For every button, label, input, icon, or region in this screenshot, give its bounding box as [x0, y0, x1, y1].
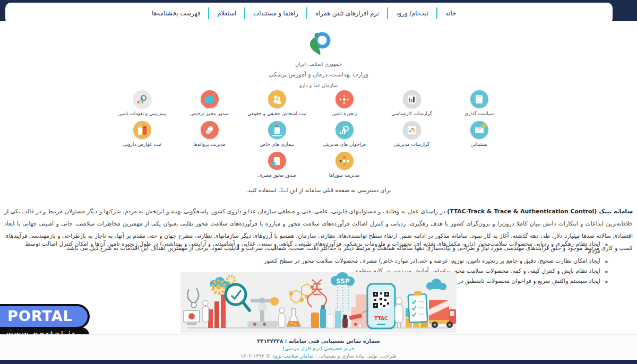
service-label: صدور مجوز ترخیص: [190, 111, 229, 117]
credit-line: طراحی، تولید، پیاده سازی و پشتیبانی : سا…: [0, 353, 637, 359]
service-label: ثبت اشخاص حقیقی و حقوقی: [247, 111, 306, 117]
service-item[interactable]: زنجیره تامین: [332, 90, 357, 121]
about-intro: سامانه تیتک (TTAC-Track & Trace & Authen…: [447, 208, 633, 215]
service-item[interactable]: گزارشات مدیریتی: [394, 121, 429, 152]
previous-page-note: برای دسترسی به صفحه قبلی سامانه از این ل…: [0, 187, 637, 193]
service-label: گزارشات مدیریتی: [394, 142, 429, 148]
bar-chart-icon: [403, 90, 421, 108]
credit-prefix: طراحی، تولید، پیاده سازی و پشتیبانی :: [313, 353, 396, 359]
brand-ministry: وزارت بهداشت، درمان و آموزش پزشکی: [0, 71, 637, 78]
network-icon: [335, 90, 354, 108]
worker-icon: [279, 308, 285, 327]
bullet-dot-icon: ●: [605, 280, 608, 283]
brand-organization: سازمان غذا و دارو: [0, 82, 637, 88]
goal-item: ●ایجاد امکان نظارت صحیح، دقیق و جامع بر …: [21, 257, 608, 264]
footer: شماره تماس پشتیبانی فنی سامانه : ۲۲۱۳۷۳۲…: [0, 334, 637, 360]
service-label: ثبت عوارض دارویی: [123, 142, 161, 148]
services-column: سیاست گذاریپشتیبانی: [445, 90, 513, 183]
credit-years: © ۱۳۹۴-۱۴۰۲: [240, 353, 272, 359]
privacy-link[interactable]: حریم خصوصی (نرم افزار مردمی): [0, 345, 637, 351]
forecast-chart-icon: [133, 90, 151, 108]
council-network-icon: [335, 152, 354, 170]
page: خانهثبت‌نام/ ورودنرم افزارهای تلفن همراه…: [0, 0, 637, 364]
brand-block: جمهوری اسلامی ایران وزارت بهداشت، درمان …: [0, 32, 637, 88]
bottom-navy-bar: [0, 360, 637, 364]
services-column: پیش‌بینی و تعهدات تامینثبت عوارض دارویی: [108, 90, 176, 183]
nav-item-2[interactable]: نرم افزارهای تلفن همراه: [307, 7, 388, 19]
phone-envelope-icon: [470, 121, 488, 139]
service-item[interactable]: صدور مجوز مصرف: [257, 152, 296, 183]
service-item[interactable]: بیماری های خاص: [260, 121, 294, 152]
nav-item-0[interactable]: خانه: [437, 7, 464, 19]
goal-item: ●ایجاد نظام رهگیری و ردیابی محصولات سلام…: [21, 240, 608, 254]
service-item[interactable]: صدور مجوز ترخیص: [190, 90, 229, 121]
pill-icon: [201, 121, 219, 139]
ttac-phone-icon: TTAC: [367, 284, 395, 328]
services-column: صدور مجوز ترخیصمدیریت پروانه‌ها: [176, 90, 243, 183]
supply-chain-illustration: SSP: [180, 272, 457, 335]
service-label: صدور مجوز مصرف: [257, 172, 296, 178]
fda-logo-icon: [303, 32, 334, 56]
service-label: بیماری های خاص: [260, 142, 294, 148]
bullet-dot-icon: ●: [605, 242, 608, 246]
service-item[interactable]: پشتیبانی: [470, 121, 488, 152]
portal-watermark-badge: PORTAL: [0, 306, 88, 327]
service-item[interactable]: مدیریت شوراها: [329, 152, 360, 183]
service-item[interactable]: گزارشات کارشناسی: [391, 90, 432, 121]
flask-document-icon: [268, 152, 286, 170]
brand-country: جمهوری اسلامی ایران: [0, 61, 637, 67]
service-item[interactable]: مدیریت پروانه‌ها: [193, 121, 225, 152]
chart-magnifier-icon: [335, 121, 354, 139]
nav-list: خانهثبت‌نام/ ورودنرم افزارهای تلفن همراه…: [144, 7, 464, 19]
people-icon: [268, 90, 286, 108]
nav-item-3[interactable]: راهنما و مستندات: [245, 7, 307, 19]
credit-company[interactable]: سامان سلامت پژوه: [272, 353, 313, 359]
service-label: پشتیبانی: [471, 142, 487, 148]
service-item[interactable]: ثبت عوارض دارویی: [123, 121, 161, 152]
service-item[interactable]: ثبت اشخاص حقیقی و حقوقی: [247, 90, 306, 121]
service-label: مدیریت پروانه‌ها: [193, 142, 225, 148]
service-label: زنجیره تامین: [332, 111, 357, 117]
ssp-label: SSP: [336, 278, 350, 285]
service-label: فراخوان های مدیریتی: [323, 142, 366, 148]
nav-item-1[interactable]: ثبت‌نام/ ورود: [388, 7, 437, 19]
checklist-icon: [470, 90, 488, 108]
service-item[interactable]: پیش‌بینی و تعهدات تامین: [118, 90, 166, 121]
clipboard-checklist-icon: [408, 291, 428, 323]
medicine-bottle-icon: [268, 121, 286, 139]
previous-page-link[interactable]: لینک: [278, 187, 288, 193]
drug-bottles-icon: [133, 121, 151, 139]
services-column: گزارشات کارشناسیگزارشات مدیریتی: [378, 90, 445, 183]
services-grid: سیاست گذاریپشتیبانیگزارشات کارشناسیگزارش…: [108, 90, 513, 183]
service-label: سیاست گذاری: [464, 111, 494, 117]
goal-text: ایجاد نظام رهگیری و ردیابی محصولات سلامت…: [21, 240, 600, 254]
service-item[interactable]: فراخوان های مدیریتی: [323, 121, 366, 152]
service-label: گزارشات کارشناسی: [391, 111, 432, 117]
bullet-dot-icon: ●: [605, 270, 608, 273]
services-column: ثبت اشخاص حقیقی و حقوقیبیماری های خاصصدو…: [243, 90, 311, 183]
iran-map-icon: [201, 90, 219, 108]
service-label: مدیریت شوراها: [329, 172, 360, 178]
bullet-dot-icon: ●: [605, 259, 608, 263]
note-before: برای دسترسی به صفحه قبلی سامانه از این: [288, 187, 391, 193]
main-nav: خانهثبت‌نام/ ورودنرم افزارهای تلفن همراه…: [5, 3, 613, 24]
nav-item-4[interactable]: استعلام: [209, 7, 245, 19]
support-phone-line: شماره تماس پشتیبانی فنی سامانه : ۲۲۱۳۷۳۲…: [0, 338, 637, 344]
service-label: پیش‌بینی و تعهدات تامین: [118, 111, 166, 117]
ttac-label: TTAC: [374, 316, 388, 321]
service-item[interactable]: سیاست گذاری: [464, 90, 494, 121]
nav-item-5[interactable]: فهرست بخشنامه‌ها: [144, 7, 209, 19]
services-column: زنجیره تامینفراخوان های مدیریتیمدیریت شو…: [311, 90, 378, 183]
goal-text: ایجاد امکان نظارت صحیح، دقیق و جامع بر ز…: [264, 257, 600, 264]
scatter-chart-icon: [403, 121, 421, 139]
note-after: استفاده کنید.: [246, 187, 278, 193]
